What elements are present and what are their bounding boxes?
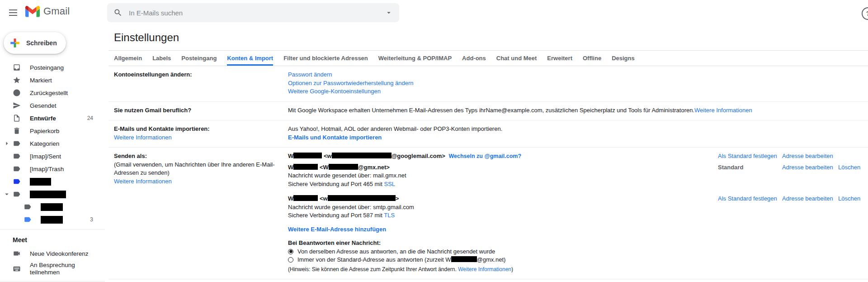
sidebar-item-markiert[interactable]: Markiert [0, 74, 105, 86]
row-label: E-Mails und Kontakte importieren: [114, 125, 288, 134]
compose-plus-icon [10, 38, 20, 48]
link-google-kontoeinstellungen[interactable]: Weitere Google-Kontoeinstellungen [288, 88, 381, 95]
link-adresse-bearbeiten[interactable]: Adresse bearbeiten [782, 163, 838, 172]
link-loeschen[interactable]: Löschen [838, 195, 861, 203]
video-icon [13, 249, 22, 258]
tab-offline[interactable]: Offline [583, 51, 601, 66]
sidebar-item-label-redacted-1[interactable] [0, 175, 105, 188]
secure-text: Sichere Verbindung auf Port 465 mit [288, 181, 382, 187]
tab-erweitert[interactable]: Erweitert [547, 51, 572, 66]
link-als-standard-festlegen[interactable]: Als Standard festlegen [718, 152, 782, 161]
tab-add-ons[interactable]: Add-ons [462, 51, 486, 66]
radio-unselected-icon[interactable] [288, 257, 293, 263]
chevron-down-icon[interactable] [3, 190, 11, 198]
tab-filter[interactable]: Filter und blockierte Adressen [283, 51, 368, 66]
sidebar-item-entwuerfe[interactable]: Entwürfe 24 [0, 112, 105, 124]
redacted-text [293, 164, 318, 170]
workspace-text: Mit Google Workspace erhalten Unternehme… [288, 107, 694, 114]
tab-labels[interactable]: Labels [152, 51, 171, 66]
reply-option-same: Von derselben Adresse aus antworten, an … [288, 248, 861, 256]
link-weitere-informationen[interactable]: Weitere Informationen [114, 178, 172, 185]
star-icon [13, 76, 22, 85]
tab-chat-und-meet[interactable]: Chat und Meet [496, 51, 537, 66]
sidebar: Schreiben Posteingang Markiert Zurückges… [0, 25, 105, 282]
sidebar-item-label-redacted-4[interactable]: 3 [0, 213, 105, 226]
redacted-label [41, 216, 63, 224]
label-icon [13, 139, 22, 148]
row-label: Senden als: [114, 152, 288, 161]
row-senden-als: Senden als: (Gmail verwenden, um Nachric… [108, 148, 868, 279]
label-icon [24, 202, 33, 211]
redacted-text [293, 195, 318, 201]
tab-posteingang[interactable]: Posteingang [181, 51, 217, 66]
link-als-standard-festlegen[interactable]: Als Standard festlegen [718, 195, 782, 203]
redacted-text [293, 153, 322, 158]
link-tls[interactable]: TLS [384, 212, 395, 219]
search-icon[interactable] [113, 8, 123, 17]
label-icon [13, 177, 22, 186]
send-as-entry: W <w> Nachricht wurde gesendet über: smt… [288, 195, 861, 220]
tab-allgemein[interactable]: Allgemein [114, 51, 142, 66]
row-label: Sie nutzen Gmail beruflich? [114, 107, 191, 114]
reply-option-default: Immer von der Standard-Adresse aus antwo… [288, 256, 861, 264]
label-icon [13, 152, 22, 161]
link-weitere-informationen[interactable]: Weitere Informationen [694, 107, 752, 114]
link-passwort-aendern[interactable]: Passwort ändern [288, 71, 332, 78]
gmail-logo-icon [25, 6, 40, 17]
redacted-text [328, 195, 396, 201]
app-name: Gmail [43, 5, 70, 17]
help-icon[interactable]: ? [862, 7, 868, 20]
link-passwortwiederherstellung[interactable]: Optionen zur Passwortwiederherstellung ä… [288, 80, 414, 86]
sent-via-text: Nachricht wurde gesendet über: smtp.gmai… [288, 203, 718, 212]
secure-text: Sichere Verbindung auf Port 587 mit [288, 212, 382, 219]
sidebar-item-imap-sent[interactable]: [Imap]/Sent [0, 150, 105, 163]
tab-designs[interactable]: Designs [612, 51, 635, 66]
sidebar-item-imap-trash[interactable]: [Imap]/Trash [0, 163, 105, 175]
inbox-icon [13, 63, 22, 72]
unread-count: 24 [87, 115, 93, 121]
sidebar-item-zurueckgestellt[interactable]: Zurückgestellt [0, 86, 105, 99]
compose-label: Schreiben [26, 39, 57, 47]
status-standard: Standard [718, 163, 782, 172]
search-options-icon[interactable] [385, 9, 393, 17]
settings-main: Einstellungen Allgemein Labels Posteinga… [108, 25, 868, 282]
link-wechseln-zu-gmail[interactable]: Wechseln zu @gmail.com? [448, 153, 521, 159]
label-icon [13, 164, 22, 173]
settings-tabs: Allgemein Labels Posteingang Konten & Im… [108, 51, 868, 66]
unread-count: 3 [90, 216, 93, 223]
chevron-right-icon[interactable] [3, 139, 11, 148]
sidebar-item-label-redacted-2[interactable] [0, 188, 105, 201]
link-weitere-informationen[interactable]: Weitere Informationen [458, 266, 511, 272]
gmail-logo[interactable]: Gmail [25, 5, 70, 17]
tab-weiterleitung[interactable]: Weiterleitung & POP/IMAP [378, 51, 452, 66]
search-input[interactable] [128, 9, 385, 17]
sidebar-item-posteingang[interactable]: Posteingang [0, 61, 105, 74]
send-as-entry: W <w@googlemail.com> Wechseln zu @gmail.… [288, 152, 861, 161]
tab-konten-import[interactable]: Konten & Import [227, 51, 273, 66]
sidebar-item-papierkorb[interactable]: Papierkorb [0, 124, 105, 137]
link-adresse-bearbeiten[interactable]: Adresse bearbeiten [782, 195, 838, 203]
import-text: Aus Yahoo!, Hotmail, AOL oder anderen We… [288, 125, 861, 134]
sidebar-item-kategorien[interactable]: Kategorien [0, 137, 105, 150]
link-loeschen[interactable]: Löschen [838, 163, 861, 172]
link-emails-kontakte-importieren[interactable]: E-Mails und Kontakte importieren [288, 134, 382, 141]
compose-button[interactable]: Schreiben [4, 32, 66, 54]
sidebar-item-neue-videokonferenz[interactable]: Neue Videokonferenz [0, 247, 105, 260]
radio-selected-icon[interactable] [288, 249, 293, 254]
search-bar[interactable] [107, 3, 399, 22]
sidebar-item-an-besprechung-teilnehmen[interactable]: An Besprechung teilnehmen [0, 260, 105, 278]
redacted-label [41, 203, 63, 211]
link-adresse-bearbeiten[interactable]: Adresse bearbeiten [782, 152, 838, 161]
sidebar-item-label-redacted-3[interactable] [0, 201, 105, 213]
hamburger-menu-icon[interactable] [6, 6, 20, 19]
redacted-label [30, 178, 51, 186]
keyboard-icon [13, 264, 22, 273]
link-weitere-informationen[interactable]: Weitere Informationen [114, 134, 172, 141]
row-import: E-Mails und Kontakte importieren: Weiter… [108, 120, 868, 148]
row-gmail-beruflich: Sie nutzen Gmail beruflich? Mit Google W… [108, 102, 868, 121]
redacted-text [451, 256, 477, 262]
link-weitere-email-adresse-hinzufuegen[interactable]: Weitere E-Mail-Adresse hinzufügen [288, 226, 386, 233]
sidebar-item-gesendet[interactable]: Gesendet [0, 99, 105, 112]
link-ssl[interactable]: SSL [384, 181, 395, 187]
redacted-text [332, 153, 392, 158]
